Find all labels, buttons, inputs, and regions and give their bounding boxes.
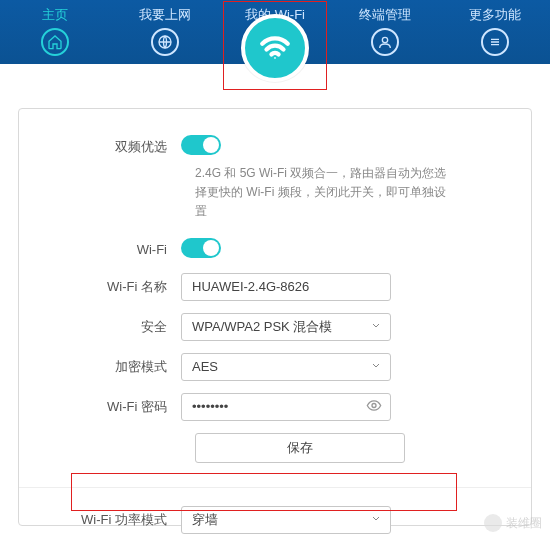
watermark-text: 装维圈 — [506, 515, 542, 532]
save-button[interactable]: 保存 — [195, 433, 405, 463]
security-label: 安全 — [41, 318, 181, 336]
encrypt-label: 加密模式 — [41, 358, 181, 376]
svg-point-2 — [274, 57, 276, 59]
row-wifi-switch: Wi-Fi — [41, 238, 509, 261]
home-icon — [41, 28, 69, 56]
power-mode-select[interactable]: 穿墙 — [181, 506, 391, 534]
row-password: Wi-Fi 密码 — [41, 393, 509, 421]
password-label: Wi-Fi 密码 — [41, 398, 181, 416]
wifi-name-input[interactable] — [181, 273, 391, 301]
row-dualband: 双频优选 — [41, 135, 509, 158]
nav-label: 我要上网 — [110, 6, 220, 24]
wifi-toggle[interactable] — [181, 238, 221, 258]
dualband-toggle[interactable] — [181, 135, 221, 155]
wifi-switch-label: Wi-Fi — [41, 242, 181, 257]
svg-point-1 — [382, 37, 387, 42]
eye-icon[interactable] — [366, 397, 382, 416]
security-select[interactable]: WPA/WPA2 PSK 混合模 — [181, 313, 391, 341]
security-value: WPA/WPA2 PSK 混合模 — [192, 318, 332, 336]
nav-label: 更多功能 — [440, 6, 550, 24]
nav-label: 终端管理 — [330, 6, 440, 24]
nav-label: 主页 — [0, 6, 110, 24]
encrypt-value: AES — [192, 359, 218, 374]
wifi-hero-icon — [241, 14, 309, 82]
chevron-down-icon — [370, 359, 382, 374]
nav-more[interactable]: 更多功能 — [440, 0, 550, 64]
password-input[interactable] — [181, 393, 391, 421]
row-save: 保存 — [195, 433, 509, 463]
row-power-mode: Wi-Fi 功率模式 穿墙 — [41, 506, 509, 534]
row-security: 安全 WPA/WPA2 PSK 混合模 — [41, 313, 509, 341]
power-mode-value: 穿墙 — [192, 511, 218, 529]
globe-icon — [151, 28, 179, 56]
dualband-description: 2.4G 和 5G Wi-Fi 双频合一，路由器自动为您选择更快的 Wi-Fi … — [195, 164, 455, 222]
chevron-down-icon — [370, 319, 382, 334]
svg-point-3 — [372, 403, 376, 407]
divider — [19, 487, 531, 488]
watermark: 装维圈 — [484, 514, 542, 532]
wifi-name-label: Wi-Fi 名称 — [41, 278, 181, 296]
wifi-name-field[interactable] — [192, 274, 362, 300]
settings-panel: 双频优选 2.4G 和 5G Wi-Fi 双频合一，路由器自动为您选择更快的 W… — [18, 108, 532, 526]
chevron-down-icon — [370, 512, 382, 527]
row-encrypt: 加密模式 AES — [41, 353, 509, 381]
user-icon — [371, 28, 399, 56]
password-field[interactable] — [192, 394, 362, 420]
row-wifi-name: Wi-Fi 名称 — [41, 273, 509, 301]
dualband-label: 双频优选 — [41, 138, 181, 156]
encrypt-select[interactable]: AES — [181, 353, 391, 381]
power-mode-label: Wi-Fi 功率模式 — [41, 511, 181, 529]
nav-home[interactable]: 主页 — [0, 0, 110, 64]
menu-icon — [481, 28, 509, 56]
nav-clients[interactable]: 终端管理 — [330, 0, 440, 64]
nav-internet[interactable]: 我要上网 — [110, 0, 220, 64]
wechat-icon — [484, 514, 502, 532]
